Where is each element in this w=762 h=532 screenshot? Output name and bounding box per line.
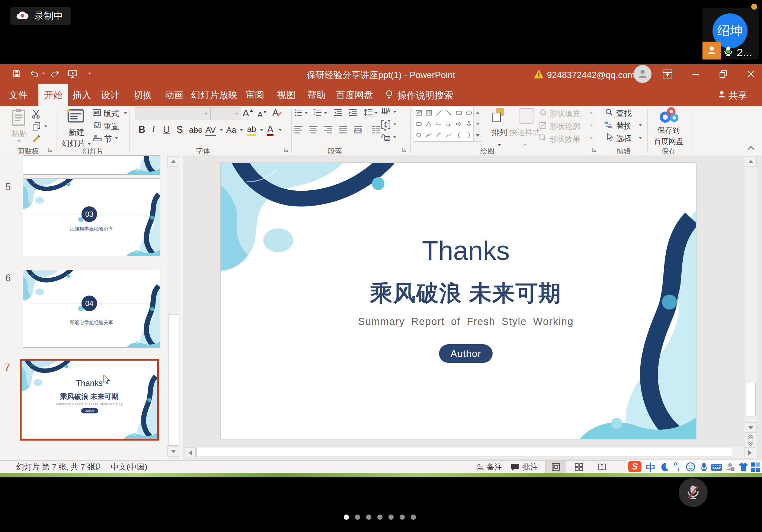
dialog-launcher-drawing[interactable]: [592, 147, 597, 152]
tab-design[interactable]: 设计: [97, 84, 124, 106]
copy-dropdown[interactable]: [44, 125, 48, 127]
thumbnail-scrollbar[interactable]: [167, 155, 179, 460]
ime-toolbox-icon[interactable]: [751, 462, 761, 472]
grow-font-button[interactable]: A▲: [243, 107, 254, 119]
strikethrough-button[interactable]: abc: [189, 125, 202, 135]
find-button[interactable]: 查找: [616, 108, 632, 119]
new-slide-button[interactable]: 新建 幻灯片: [60, 127, 94, 149]
slide-tagline[interactable]: Summary Report of Fresh Style Working: [236, 316, 696, 328]
tab-view[interactable]: 视图: [273, 84, 300, 106]
v-scrollbar[interactable]: [745, 155, 757, 447]
comments-button[interactable]: 批注: [522, 461, 538, 473]
slide-thumbnail-4-partial[interactable]: [23, 155, 160, 175]
ime-punctuation-button[interactable]: °,: [673, 461, 680, 471]
character-spacing-button[interactable]: AV: [205, 125, 216, 136]
v-scroll-up[interactable]: [745, 156, 757, 167]
ime-account-icon[interactable]: [725, 462, 735, 472]
thumbnail-scroll-up[interactable]: [167, 156, 179, 167]
page-dot-2[interactable]: [355, 515, 360, 520]
shapes-gallery[interactable]: [414, 107, 474, 142]
ime-night-mode-icon[interactable]: [659, 462, 670, 472]
restore-button[interactable]: [719, 70, 728, 78]
increase-indent-button[interactable]: [348, 108, 357, 117]
shape-effects-button[interactable]: 形状效果: [549, 134, 580, 144]
shapes-scroll-up[interactable]: [473, 107, 482, 119]
font-color-button[interactable]: A: [267, 124, 273, 135]
distribute-button[interactable]: [353, 125, 362, 134]
format-painter-button[interactable]: [31, 134, 41, 144]
page-dot-7[interactable]: [411, 515, 416, 520]
dialog-launcher-clipboard[interactable]: [48, 147, 53, 152]
thumbnail-scroll-thumb[interactable]: [169, 314, 178, 446]
page-dot-1-active[interactable]: [344, 515, 349, 520]
page-dot-6[interactable]: [400, 515, 405, 520]
decrease-indent-button[interactable]: [333, 108, 342, 117]
tab-home[interactable]: 开始: [38, 84, 68, 106]
ime-mode-button[interactable]: 中: [646, 461, 656, 474]
ime-voice-icon[interactable]: [699, 461, 708, 473]
h-scrollbar[interactable]: [184, 447, 757, 458]
tab-baidu-netdisk[interactable]: 百度网盘: [332, 84, 377, 106]
slide-thumbnail-6[interactable]: 04 邓茗心学姐经验分享: [23, 270, 160, 348]
dialog-launcher-font[interactable]: [284, 147, 289, 152]
align-text-button[interactable]: [381, 120, 391, 129]
replace-button[interactable]: 替换: [616, 121, 632, 131]
account-avatar[interactable]: [634, 65, 651, 83]
shapes-more-button[interactable]: [473, 129, 482, 142]
align-left-button[interactable]: [294, 125, 303, 134]
ime-keyboard-icon[interactable]: [711, 462, 723, 472]
line-spacing-button[interactable]: [364, 108, 373, 117]
italic-button[interactable]: I: [152, 124, 155, 135]
participants-button[interactable]: [702, 42, 721, 59]
columns-button[interactable]: [371, 125, 380, 134]
tab-help[interactable]: 帮助: [303, 84, 330, 106]
save-to-baidu-button[interactable]: 保存到百度网盘: [646, 125, 691, 146]
participant-mic-icon[interactable]: [723, 44, 733, 59]
change-case-button[interactable]: Aa: [226, 125, 236, 135]
paste-button[interactable]: 粘贴: [9, 128, 30, 139]
ime-skin-icon[interactable]: [738, 462, 749, 472]
shrink-font-button[interactable]: A▼: [257, 109, 267, 119]
center-button[interactable]: [309, 125, 318, 134]
page-dot-5[interactable]: [388, 515, 394, 520]
tell-me-search[interactable]: 操作说明搜索: [397, 89, 453, 101]
mute-button[interactable]: [679, 478, 708, 507]
text-shadow-button[interactable]: S: [176, 124, 183, 135]
tab-file[interactable]: 文件: [7, 84, 29, 106]
font-name-combobox[interactable]: [135, 107, 211, 120]
reset-button[interactable]: 重置: [103, 121, 119, 132]
smartart-button[interactable]: [380, 133, 391, 142]
thumbnail-scroll-down[interactable]: [167, 446, 179, 457]
numbering-button[interactable]: [313, 108, 322, 117]
collapse-ribbon-button[interactable]: [749, 147, 756, 153]
notes-button[interactable]: 备注: [487, 461, 502, 473]
ime-emoji-icon[interactable]: [685, 462, 696, 472]
slide-subtitle[interactable]: 乘风破浪 未来可期: [236, 281, 696, 306]
tab-insert[interactable]: 插入: [68, 84, 95, 106]
h-scroll-right[interactable]: [744, 447, 755, 458]
justify-button[interactable]: [339, 125, 348, 134]
status-language[interactable]: 中文(中国): [111, 461, 147, 473]
close-button[interactable]: [746, 70, 755, 78]
view-reading-button[interactable]: [592, 461, 612, 473]
h-scroll-left[interactable]: [185, 447, 196, 458]
slide-title[interactable]: Thanks: [236, 237, 696, 264]
bullets-button[interactable]: [294, 108, 303, 117]
tab-slideshow[interactable]: 幻灯片放映: [186, 84, 243, 106]
cut-button[interactable]: [31, 109, 41, 119]
text-highlight-button[interactable]: ab: [247, 125, 256, 134]
select-button[interactable]: 选择: [616, 133, 632, 144]
tab-review[interactable]: 审阅: [241, 84, 268, 106]
align-right-button[interactable]: [324, 125, 333, 134]
account-email[interactable]: 9248372442@qq.com: [547, 70, 635, 80]
copy-button[interactable]: [32, 122, 41, 131]
clear-formatting-button[interactable]: A: [272, 107, 284, 118]
view-slide-sorter-button[interactable]: [569, 461, 589, 473]
shapes-scroll-down[interactable]: [473, 118, 482, 130]
spellcheck-icon[interactable]: [92, 462, 101, 471]
font-size-combobox[interactable]: [211, 107, 241, 120]
slide-thumbnail-5[interactable]: 03 汪旭梅学姐经验分享: [23, 178, 160, 256]
author-badge[interactable]: Author: [439, 344, 493, 363]
layout-button[interactable]: 版式: [103, 109, 119, 119]
v-scroll-down[interactable]: [745, 422, 757, 433]
